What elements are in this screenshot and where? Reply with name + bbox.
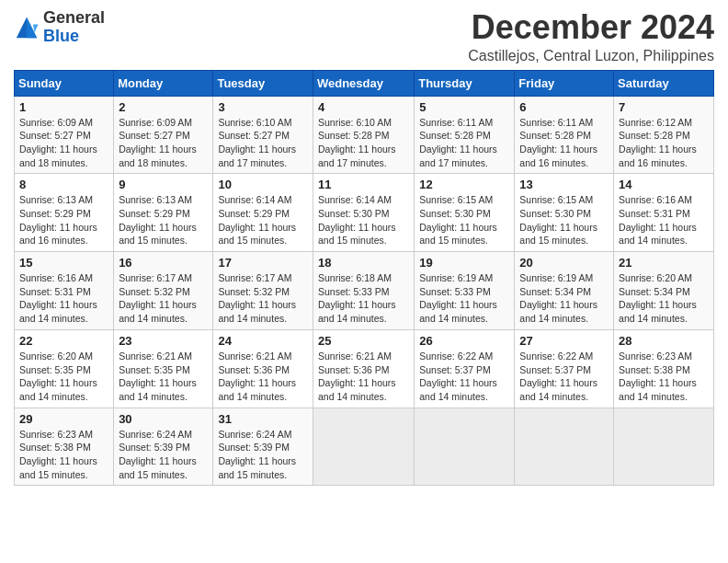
weekday-header-tuesday: Tuesday	[213, 70, 313, 96]
day-info: Sunrise: 6:24 AM Sunset: 5:39 PM Dayligh…	[119, 428, 208, 482]
calendar-cell: 7Sunrise: 6:12 AM Sunset: 5:28 PM Daylig…	[614, 96, 714, 174]
day-number: 25	[318, 334, 409, 348]
calendar-subtitle: Castillejos, Central Luzon, Philippines	[468, 48, 714, 64]
day-info: Sunrise: 6:17 AM Sunset: 5:32 PM Dayligh…	[119, 271, 208, 326]
calendar-cell: 26Sunrise: 6:22 AM Sunset: 5:37 PM Dayli…	[415, 329, 515, 408]
day-number: 13	[519, 178, 609, 191]
calendar-week-5: 29Sunrise: 6:23 AM Sunset: 5:38 PM Dayli…	[15, 408, 714, 486]
day-info: Sunrise: 6:14 AM Sunset: 5:29 PM Dayligh…	[218, 193, 308, 247]
day-info: Sunrise: 6:10 AM Sunset: 5:27 PM Dayligh…	[218, 116, 308, 170]
day-info: Sunrise: 6:19 AM Sunset: 5:34 PM Dayligh…	[519, 271, 609, 326]
day-number: 3	[218, 100, 308, 114]
day-number: 14	[619, 178, 709, 191]
calendar-cell: 13Sunrise: 6:15 AM Sunset: 5:30 PM Dayli…	[515, 174, 614, 252]
day-number: 5	[419, 100, 509, 114]
day-info: Sunrise: 6:15 AM Sunset: 5:30 PM Dayligh…	[519, 193, 609, 247]
day-number: 1	[19, 100, 108, 114]
calendar-cell: 23Sunrise: 6:21 AM Sunset: 5:35 PM Dayli…	[114, 329, 213, 408]
day-info: Sunrise: 6:09 AM Sunset: 5:27 PM Dayligh…	[119, 116, 208, 170]
day-info: Sunrise: 6:22 AM Sunset: 5:37 PM Dayligh…	[419, 350, 509, 404]
day-info: Sunrise: 6:11 AM Sunset: 5:28 PM Dayligh…	[519, 116, 609, 170]
day-number: 16	[119, 256, 208, 270]
calendar-week-2: 8Sunrise: 6:13 AM Sunset: 5:29 PM Daylig…	[15, 174, 714, 252]
calendar-cell: 29Sunrise: 6:23 AM Sunset: 5:38 PM Dayli…	[15, 408, 114, 486]
calendar-cell	[614, 408, 714, 486]
calendar-cell	[515, 408, 614, 486]
logo-icon	[14, 15, 40, 40]
calendar-cell: 21Sunrise: 6:20 AM Sunset: 5:34 PM Dayli…	[614, 252, 714, 330]
calendar-week-4: 22Sunrise: 6:20 AM Sunset: 5:35 PM Dayli…	[15, 329, 714, 408]
day-info: Sunrise: 6:21 AM Sunset: 5:36 PM Dayligh…	[318, 350, 409, 404]
calendar-cell: 15Sunrise: 6:16 AM Sunset: 5:31 PM Dayli…	[15, 252, 114, 330]
day-number: 23	[119, 334, 208, 348]
logo-text: General Blue	[43, 9, 105, 46]
calendar-cell: 14Sunrise: 6:16 AM Sunset: 5:31 PM Dayli…	[614, 174, 714, 252]
day-info: Sunrise: 6:21 AM Sunset: 5:35 PM Dayligh…	[119, 350, 208, 404]
calendar-cell: 9Sunrise: 6:13 AM Sunset: 5:29 PM Daylig…	[114, 174, 213, 252]
weekday-header-wednesday: Wednesday	[313, 70, 414, 96]
calendar-week-1: 1Sunrise: 6:09 AM Sunset: 5:27 PM Daylig…	[15, 96, 714, 174]
calendar-title: December 2024	[468, 9, 714, 46]
calendar-cell: 8Sunrise: 6:13 AM Sunset: 5:29 PM Daylig…	[15, 174, 114, 252]
day-info: Sunrise: 6:19 AM Sunset: 5:33 PM Dayligh…	[419, 271, 509, 326]
calendar-cell: 4Sunrise: 6:10 AM Sunset: 5:28 PM Daylig…	[313, 96, 414, 174]
day-info: Sunrise: 6:24 AM Sunset: 5:39 PM Dayligh…	[218, 428, 308, 482]
day-info: Sunrise: 6:23 AM Sunset: 5:38 PM Dayligh…	[19, 428, 108, 482]
calendar-cell: 22Sunrise: 6:20 AM Sunset: 5:35 PM Dayli…	[15, 329, 114, 408]
day-info: Sunrise: 6:22 AM Sunset: 5:37 PM Dayligh…	[519, 350, 609, 404]
calendar-cell: 28Sunrise: 6:23 AM Sunset: 5:38 PM Dayli…	[614, 329, 714, 408]
day-number: 6	[519, 100, 609, 114]
page-header: General Blue December 2024 Castillejos, …	[14, 9, 714, 64]
calendar-cell: 3Sunrise: 6:10 AM Sunset: 5:27 PM Daylig…	[213, 96, 313, 174]
calendar-cell: 27Sunrise: 6:22 AM Sunset: 5:37 PM Dayli…	[515, 329, 614, 408]
calendar-table: SundayMondayTuesdayWednesdayThursdayFrid…	[14, 70, 714, 487]
day-info: Sunrise: 6:14 AM Sunset: 5:30 PM Dayligh…	[318, 193, 409, 247]
day-number: 26	[419, 334, 509, 348]
calendar-cell	[313, 408, 414, 486]
weekday-header-thursday: Thursday	[415, 70, 515, 96]
title-area: December 2024 Castillejos, Central Luzon…	[468, 9, 714, 64]
calendar-cell: 2Sunrise: 6:09 AM Sunset: 5:27 PM Daylig…	[114, 96, 213, 174]
day-info: Sunrise: 6:10 AM Sunset: 5:28 PM Dayligh…	[318, 116, 409, 170]
day-info: Sunrise: 6:21 AM Sunset: 5:36 PM Dayligh…	[218, 350, 308, 404]
calendar-body: 1Sunrise: 6:09 AM Sunset: 5:27 PM Daylig…	[15, 96, 714, 486]
weekday-header-saturday: Saturday	[614, 70, 714, 96]
weekday-header-monday: Monday	[114, 70, 213, 96]
day-info: Sunrise: 6:23 AM Sunset: 5:38 PM Dayligh…	[619, 350, 709, 404]
day-info: Sunrise: 6:13 AM Sunset: 5:29 PM Dayligh…	[119, 193, 208, 247]
day-info: Sunrise: 6:15 AM Sunset: 5:30 PM Dayligh…	[419, 193, 509, 247]
day-number: 15	[19, 256, 108, 270]
calendar-cell: 31Sunrise: 6:24 AM Sunset: 5:39 PM Dayli…	[213, 408, 313, 486]
day-number: 11	[318, 178, 409, 191]
calendar-cell: 1Sunrise: 6:09 AM Sunset: 5:27 PM Daylig…	[15, 96, 114, 174]
svg-marker-2	[33, 24, 39, 32]
day-number: 12	[419, 178, 509, 191]
calendar-week-3: 15Sunrise: 6:16 AM Sunset: 5:31 PM Dayli…	[15, 252, 714, 330]
day-info: Sunrise: 6:16 AM Sunset: 5:31 PM Dayligh…	[19, 271, 108, 326]
logo: General Blue	[14, 9, 105, 46]
day-info: Sunrise: 6:13 AM Sunset: 5:29 PM Dayligh…	[19, 193, 108, 247]
calendar-cell: 12Sunrise: 6:15 AM Sunset: 5:30 PM Dayli…	[415, 174, 515, 252]
day-info: Sunrise: 6:11 AM Sunset: 5:28 PM Dayligh…	[419, 116, 509, 170]
calendar-cell: 25Sunrise: 6:21 AM Sunset: 5:36 PM Dayli…	[313, 329, 414, 408]
day-number: 20	[519, 256, 609, 270]
calendar-cell	[415, 408, 515, 486]
day-info: Sunrise: 6:09 AM Sunset: 5:27 PM Dayligh…	[19, 116, 108, 170]
day-number: 31	[218, 412, 308, 426]
day-number: 19	[419, 256, 509, 270]
day-number: 9	[119, 178, 208, 191]
day-number: 18	[318, 256, 409, 270]
day-info: Sunrise: 6:12 AM Sunset: 5:28 PM Dayligh…	[619, 116, 709, 170]
day-number: 22	[19, 334, 108, 348]
calendar-cell: 5Sunrise: 6:11 AM Sunset: 5:28 PM Daylig…	[415, 96, 515, 174]
calendar-cell: 24Sunrise: 6:21 AM Sunset: 5:36 PM Dayli…	[213, 329, 313, 408]
day-number: 8	[19, 178, 108, 191]
day-number: 2	[119, 100, 208, 114]
calendar-cell: 16Sunrise: 6:17 AM Sunset: 5:32 PM Dayli…	[114, 252, 213, 330]
calendar-cell: 17Sunrise: 6:17 AM Sunset: 5:32 PM Dayli…	[213, 252, 313, 330]
day-number: 7	[619, 100, 709, 114]
weekday-header-friday: Friday	[515, 70, 614, 96]
day-info: Sunrise: 6:20 AM Sunset: 5:34 PM Dayligh…	[619, 271, 709, 326]
calendar-cell: 18Sunrise: 6:18 AM Sunset: 5:33 PM Dayli…	[313, 252, 414, 330]
day-number: 27	[519, 334, 609, 348]
